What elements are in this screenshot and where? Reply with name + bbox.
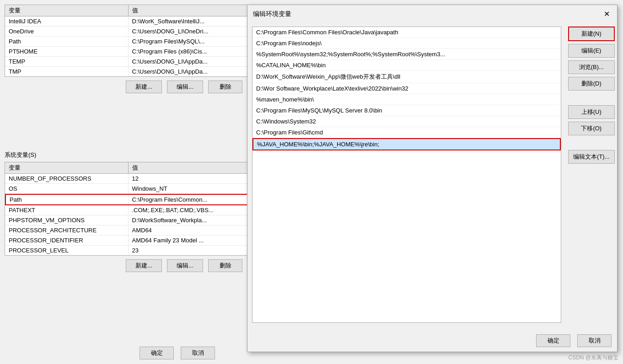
table-row[interactable]: OneDrive C:\Users\DONG_LI\OneDri... bbox=[5, 27, 251, 37]
table-row[interactable]: PROCESSOR_LEVEL 23 bbox=[5, 246, 251, 255]
table-row[interactable]: PATHEXT .COM;.EXE;.BAT;.CMD;.VBS... bbox=[5, 205, 251, 215]
path-item[interactable]: D:\WorK_Software\Weixin_App\微信web开发者工具\d… bbox=[252, 71, 561, 83]
path-item[interactable]: C:\Program Files\MySQL\MySQL Server 8.0\… bbox=[252, 105, 561, 116]
dialog-ok-button[interactable]: 确定 bbox=[536, 334, 570, 347]
user-delete-button[interactable]: 删除 bbox=[208, 80, 242, 93]
sys-new-button[interactable]: 新建... bbox=[126, 259, 162, 272]
table-row[interactable]: PROCESSOR_ARCHITECTURE AMD64 bbox=[5, 225, 251, 236]
user-edit-button[interactable]: 编辑... bbox=[167, 80, 203, 93]
table-row[interactable]: IntelliJ IDEA D:\WorK_Software\IntelliJ.… bbox=[5, 16, 251, 27]
move-down-button[interactable]: 下移(O) bbox=[568, 122, 615, 135]
table-row[interactable]: PT5HOME C:\Program Files (x86)\Cis... bbox=[5, 47, 251, 57]
system-var-table: 变量 值 NUMBER_OF_PROCESSORS 12 OS Windows_… bbox=[5, 162, 252, 256]
table-row[interactable]: OS Windows_NT bbox=[5, 184, 251, 194]
user-var-table: 变量 值 IntelliJ IDEA D:\WorK_Software\Inte… bbox=[5, 5, 252, 77]
path-list[interactable]: C:\Program Files\Common Files\Oracle\Jav… bbox=[252, 27, 561, 323]
new-path-button[interactable]: 新建(N) bbox=[568, 27, 615, 41]
table-row[interactable]: PROCESSOR_IDENTIFIER AMD64 Family 23 Mod… bbox=[5, 236, 251, 246]
table-row[interactable]: NUMBER_OF_PROCESSORS 12 bbox=[5, 174, 251, 184]
csdn-watermark: CSDN @东离与糖宝 bbox=[568, 354, 618, 362]
dialog-bottom-buttons: 确定 取消 bbox=[247, 330, 617, 352]
user-col-var: 变量 bbox=[5, 5, 129, 16]
move-up-button[interactable]: 上移(U) bbox=[568, 105, 615, 119]
system-vars-label: 系统变量(S) bbox=[5, 151, 242, 159]
table-row[interactable]: TEMP C:\Users\DONG_LI\AppDa... bbox=[5, 57, 251, 67]
user-col-val: 值 bbox=[129, 5, 252, 16]
path-item[interactable]: C:\Windows\System32 bbox=[252, 116, 561, 127]
user-new-button[interactable]: 新建... bbox=[126, 80, 162, 93]
sys-delete-button[interactable]: 删除 bbox=[208, 259, 242, 272]
path-item[interactable]: C:\Program Files\Git\cmd bbox=[252, 127, 561, 138]
sys-edit-button[interactable]: 编辑... bbox=[167, 259, 203, 272]
user-var-table-header: 变量 值 bbox=[5, 5, 251, 16]
main-window: 变量 值 IntelliJ IDEA D:\WorK_Software\Inte… bbox=[0, 0, 623, 364]
dialog-cancel-button[interactable]: 取消 bbox=[577, 334, 612, 347]
main-cancel-button[interactable]: 取消 bbox=[181, 347, 215, 359]
dialog-titlebar: 编辑环境变量 ✕ bbox=[247, 5, 617, 22]
path-row[interactable]: Path C:\Program Files\Common... bbox=[5, 194, 251, 205]
edit-env-dialog: 编辑环境变量 ✕ C:\Program Files\Common Files\O… bbox=[247, 5, 618, 352]
path-item[interactable]: C:\Program Files\nodejs\ bbox=[252, 38, 561, 49]
path-item[interactable]: D:\Wor Software_Workplace\LateX\texlive\… bbox=[252, 83, 561, 94]
sys-col-val: 值 bbox=[129, 162, 252, 173]
path-item[interactable]: %SystemRoot%\system32;%SystemRoot%;%Syst… bbox=[252, 49, 561, 60]
dialog-content: C:\Program Files\Common Files\Oracle\Jav… bbox=[247, 22, 617, 327]
path-item-highlighted[interactable]: %JAVA_HOME%\bin;%JAVA_HOME%\jre\bin; bbox=[252, 138, 561, 150]
path-item[interactable]: %CATALINA_HOME%\bin bbox=[252, 60, 561, 71]
table-row[interactable]: PHPSTORM_VM_OPTIONS D:\WorkSoftware_Work… bbox=[5, 215, 251, 225]
dialog-right-buttons: 新建(N) 编辑(E) 浏览(B)... 删除(D) 上移(U) 下移(O) 编… bbox=[566, 27, 612, 323]
path-item[interactable]: C:\Program Files\Common Files\Oracle\Jav… bbox=[252, 27, 561, 38]
browse-path-button[interactable]: 浏览(B)... bbox=[568, 60, 615, 74]
table-row[interactable]: Path C:\Program Files\MySQL\... bbox=[5, 37, 251, 47]
edit-text-button[interactable]: 编辑文本(T)... bbox=[568, 150, 615, 164]
dialog-title: 编辑环境变量 bbox=[253, 10, 291, 18]
main-ok-button[interactable]: 确定 bbox=[140, 347, 174, 359]
system-var-table-header: 变量 值 bbox=[5, 162, 251, 174]
path-item[interactable]: %maven_home%\bin\ bbox=[252, 94, 561, 105]
dialog-close-button[interactable]: ✕ bbox=[602, 10, 612, 18]
table-row[interactable]: TMP C:\Users\DONG_LI\AppDa... bbox=[5, 67, 251, 76]
delete-path-button[interactable]: 删除(D) bbox=[568, 77, 615, 91]
env-panel: 变量 值 IntelliJ IDEA D:\WorK_Software\Inte… bbox=[0, 0, 623, 364]
edit-path-button[interactable]: 编辑(E) bbox=[568, 44, 615, 58]
sys-col-var: 变量 bbox=[5, 162, 129, 173]
